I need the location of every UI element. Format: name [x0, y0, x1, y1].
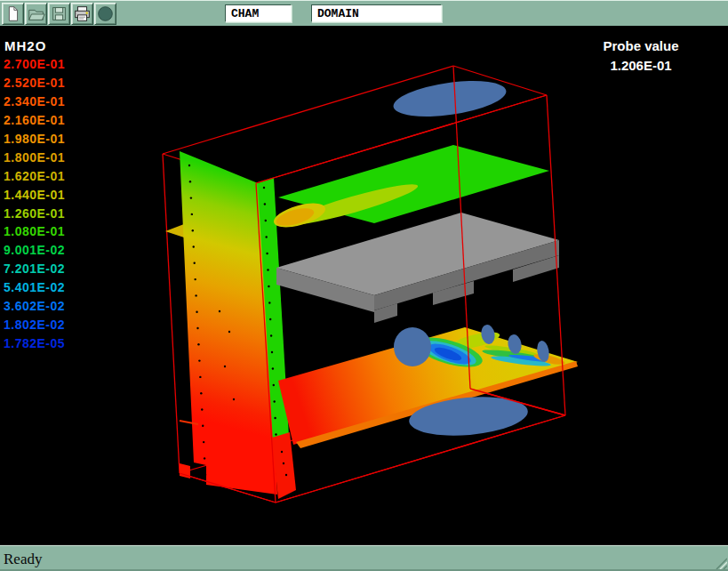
color-legend: 2.700E-012.520E-012.340E-012.160E-011.98…: [4, 55, 65, 352]
cham-field[interactable]: [225, 4, 292, 22]
legend-entry: 5.401E-02: [4, 278, 65, 297]
domain-field[interactable]: [311, 4, 442, 22]
print-button[interactable]: [71, 3, 93, 25]
sphere-object: [394, 327, 431, 366]
record-button[interactable]: [94, 3, 116, 25]
legend-entry: 1.260E-01: [4, 204, 65, 222]
legend-entry: 9.001E-02: [4, 241, 65, 260]
disk-icon: [49, 4, 69, 24]
new-button[interactable]: [2, 3, 24, 25]
phoenics-viewer-window: MH2O 2.700E-012.520E-012.340E-012.160E-0…: [0, 0, 728, 571]
open-button[interactable]: [25, 3, 47, 25]
legend-entry: 2.340E-01: [4, 92, 65, 111]
probe-label: Probe value: [578, 38, 704, 53]
status-text: Ready: [4, 551, 42, 568]
probe-readout: Probe value 1.206E-01: [578, 38, 704, 73]
legend-entry: 3.602E-02: [4, 297, 65, 316]
legend-entry: 7.201E-02: [4, 260, 65, 278]
legend-entry: 2.160E-01: [4, 111, 65, 130]
legend-entry: 1.782E-05: [4, 334, 65, 352]
legend-entry: 1.980E-01: [4, 130, 65, 149]
circle-icon: [95, 4, 116, 24]
legend-entry: 1.800E-01: [4, 148, 65, 166]
legend-entry: 1.802E-02: [4, 315, 65, 334]
resize-grip-icon[interactable]: [714, 556, 727, 569]
page-icon: [3, 4, 23, 24]
status-bar: Ready: [0, 544, 728, 571]
legend-entry: 2.700E-01: [4, 55, 65, 74]
legend-entry: 1.080E-01: [4, 222, 65, 241]
legend-entry: 1.620E-01: [4, 166, 65, 185]
toolbar: [0, 0, 728, 26]
render-viewport[interactable]: MH2O 2.700E-012.520E-012.340E-012.160E-0…: [0, 26, 728, 544]
legend-variable-title: MH2O: [4, 38, 46, 53]
scene-3d-view[interactable]: [0, 26, 728, 544]
folder-icon: [26, 4, 46, 24]
probe-value: 1.206E-01: [578, 58, 704, 73]
printer-icon: [72, 4, 92, 24]
legend-entry: 2.520E-01: [4, 74, 65, 92]
legend-entry: 1.440E-01: [4, 185, 65, 204]
save-button[interactable]: [48, 3, 70, 25]
toolbar-buttons: [2, 3, 116, 25]
